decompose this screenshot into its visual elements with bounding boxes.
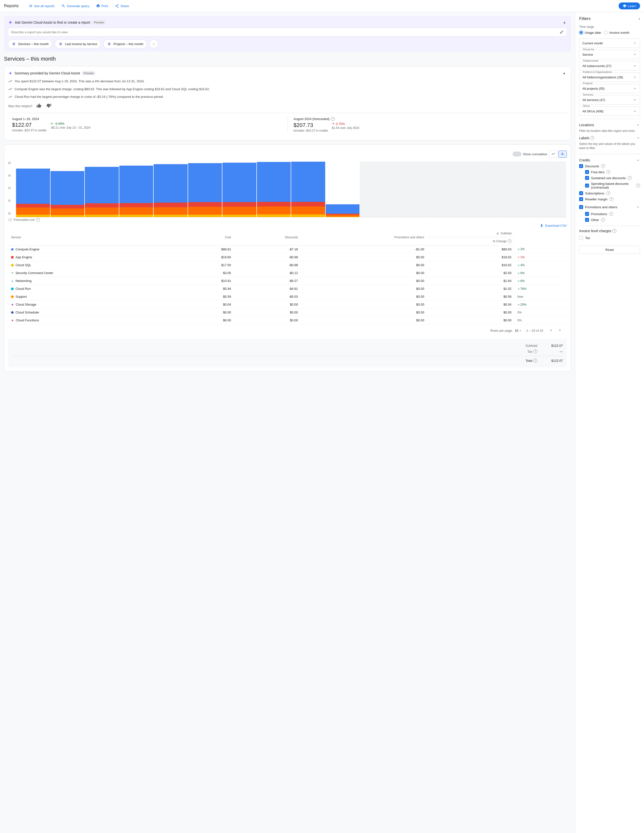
gemini-collapse-button[interactable]: ▲ <box>562 19 567 25</box>
print-button[interactable]: Print <box>93 2 111 10</box>
share-button[interactable]: Share <box>112 2 132 10</box>
forecasted-help-icon[interactable]: ? <box>331 117 335 121</box>
invoice-charges-help[interactable]: ? <box>612 229 617 233</box>
forecasted-cost-help[interactable]: ? <box>36 218 40 222</box>
group-by-filter-label: Group by <box>582 48 595 51</box>
bar-segment <box>119 203 153 207</box>
subscriptions-checkbox-item[interactable]: Subscriptions ? <box>579 190 640 196</box>
services-select[interactable]: All services (47) <box>582 98 637 102</box>
group-by-select[interactable]: Service <box>582 53 637 56</box>
prev-page-button[interactable] <box>547 327 555 334</box>
free-tiers-checkbox-item[interactable]: Free tiers ? <box>579 169 640 175</box>
total-help-icon[interactable]: ? <box>533 359 537 362</box>
sustained-use-help[interactable]: ? <box>628 176 632 180</box>
promos-cell-7: $0.00 <box>301 301 427 309</box>
discounts-label: Discounts <box>585 164 599 168</box>
skus-select[interactable]: All SKUs (408) <box>582 109 637 113</box>
summary-card: Summary provided by Gemini Cloud Assist … <box>4 66 571 140</box>
bar-stack-2 <box>85 167 119 217</box>
thumbs-down-button[interactable] <box>45 102 52 110</box>
forecasted-period: August 2024 (forecasted) ? <box>294 117 563 121</box>
change-badge-1: 1% <box>517 256 564 259</box>
tax-help-icon[interactable]: ? <box>533 349 537 354</box>
current-period: August 1–19, 2024 <box>12 117 282 121</box>
skus-filter: SKUs All SKUs (408) <box>579 106 640 116</box>
current-stat-block: August 1–19, 2024 $122.07 includes -$24.… <box>12 117 282 132</box>
change-badge-9: 0% <box>517 318 564 322</box>
bar-segment <box>154 207 188 215</box>
bar-segment <box>50 215 85 217</box>
bar-stack-3 <box>119 166 153 217</box>
summary-collapse-button[interactable]: ▲ <box>562 70 567 76</box>
labels-help-icon[interactable]: ? <box>590 136 594 140</box>
toggle-switch[interactable] <box>513 151 522 156</box>
subaccounts-select[interactable]: All subaccounts (27) <box>582 64 637 68</box>
discounts-help[interactable]: ? <box>601 164 605 168</box>
current-month-select[interactable]: Current month <box>582 41 637 45</box>
free-tiers-help[interactable]: ? <box>607 170 610 174</box>
change-badge-3: 6% <box>517 271 564 275</box>
filters-expand-button[interactable]: › <box>639 16 640 21</box>
skus-value: All SKUs (408) <box>582 109 603 113</box>
promotions-checkbox-item[interactable]: Promotions ? <box>579 211 640 217</box>
sustained-use-checkbox-item[interactable]: Sustained use discounts ? <box>579 175 640 181</box>
time-range-options: Usage date Invoice month <box>579 31 640 34</box>
promotions-header[interactable]: Promotions and others <box>579 203 640 211</box>
current-stat-row: $122.07 includes -$24.37 in credits -4.0… <box>12 122 282 132</box>
see-all-reports-button[interactable]: See all reports <box>26 2 58 10</box>
subtotal-label: Subtotal <box>525 344 537 347</box>
gemini-input[interactable] <box>11 30 559 34</box>
y-label-4: $4 <box>8 187 15 190</box>
next-page-button[interactable] <box>556 327 564 334</box>
spending-based-help[interactable]: ? <box>636 183 640 188</box>
table-row: Cloud SQL$17.50-$0.88$0.00$16.624% <box>8 261 567 269</box>
spending-based-checkbox-item[interactable]: Spending based discounts (contractual) ? <box>579 181 640 190</box>
reset-button[interactable]: Reset <box>579 246 640 254</box>
reseller-margin-help[interactable]: ? <box>610 197 613 201</box>
labels-header[interactable]: Labels ? <box>579 135 640 141</box>
svg-rect-5 <box>30 6 32 7</box>
gemini-title-text: Ask Gemini Cloud Assist to find or creat… <box>15 21 90 24</box>
discounts-checkbox-item[interactable]: Discounts ? <box>579 163 640 169</box>
other-checkbox-item[interactable]: Other ? <box>579 217 640 223</box>
quick-report-last-invoice[interactable]: Last invoice by service <box>55 39 101 48</box>
services-filter: Services All services (47) <box>579 95 640 105</box>
locations-header[interactable]: Locations <box>579 122 640 128</box>
credits-header[interactable]: Credits <box>579 157 640 163</box>
change-cell-6: New <box>515 293 567 301</box>
learn-button[interactable]: Learn <box>618 2 640 10</box>
see-all-reports-label: See all reports <box>34 4 55 8</box>
projects-filter: Projects All projects (55) <box>579 84 640 93</box>
reseller-margin-checkbox-item[interactable]: Reseller margin ? <box>579 196 640 202</box>
quick-report-projects[interactable]: Projects – this month <box>103 39 147 48</box>
bar-chart-button[interactable] <box>559 151 567 158</box>
change-help-icon[interactable]: ? <box>508 239 512 243</box>
quick-report-services[interactable]: Services – this month <box>8 39 52 48</box>
bar-group-3 <box>119 162 153 217</box>
tax-checkbox-item[interactable]: Tax <box>579 235 640 241</box>
promotions-help[interactable]: ? <box>609 212 613 216</box>
thumbs-up-button[interactable] <box>35 102 42 110</box>
line-chart-button[interactable] <box>549 151 557 158</box>
gemini-bar: Ask Gemini Cloud Assist to find or creat… <box>4 16 571 52</box>
service-name-3: Security Command Center <box>16 271 53 275</box>
change-cell-9: 0% <box>515 317 567 324</box>
content-area: Ask Gemini Cloud Assist to find or creat… <box>0 12 575 833</box>
show-cumulative-toggle[interactable]: Show cumulative <box>513 151 547 156</box>
invoice-charges-header[interactable]: Invoice level charges ? <box>579 229 640 233</box>
subscriptions-help[interactable]: ? <box>606 191 610 195</box>
usage-date-option[interactable]: Usage date <box>579 31 601 34</box>
other-help[interactable]: ? <box>601 218 605 222</box>
thumbs-down-icon <box>46 103 51 108</box>
invoice-month-option[interactable]: Invoice month <box>604 31 630 34</box>
download-csv-button[interactable]: Download CSV <box>540 224 567 228</box>
bar-segment <box>326 204 360 214</box>
quick-report-more[interactable]: › <box>150 39 158 48</box>
forecasted-change: 0.75% <box>332 122 359 126</box>
folders-select[interactable]: All folders/organizations (28) <box>582 75 637 79</box>
summary-header: Summary provided by Gemini Cloud Assist … <box>8 70 567 76</box>
generate-query-button[interactable]: Generate query <box>58 2 92 10</box>
projects-select[interactable]: All projects (55) <box>582 87 637 90</box>
rows-per-page-select[interactable]: 10 <box>515 329 522 333</box>
promotions-and-others-checkbox-item[interactable]: Promotions and others <box>579 204 617 210</box>
